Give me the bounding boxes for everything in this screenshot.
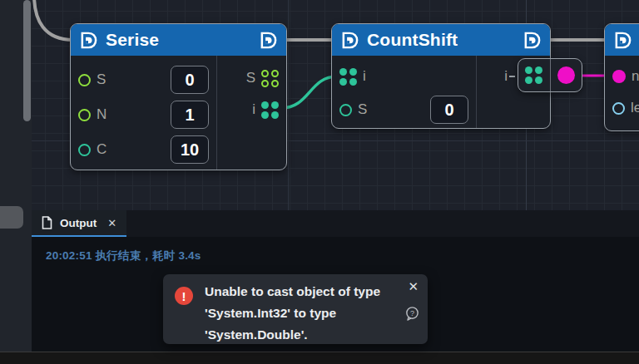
port-label: le xyxy=(631,100,639,116)
port-label: i xyxy=(252,101,255,118)
toast-message: Unable to cast object of type 'System.In… xyxy=(205,281,404,346)
app-window: Serise S 0 N 1 xyxy=(0,0,639,364)
popup-source-port[interactable] xyxy=(518,59,551,91)
value-input-s[interactable]: 0 xyxy=(430,96,468,124)
tab-close-icon[interactable]: ✕ xyxy=(107,217,116,229)
node-countshift-header[interactable]: CountShift xyxy=(332,24,550,56)
port-stub xyxy=(509,76,515,77)
value-input-c[interactable]: 10 xyxy=(171,135,209,164)
output-port-s-icon[interactable] xyxy=(261,70,279,87)
port-label: n xyxy=(632,68,639,85)
node-exec-out-port-icon[interactable] xyxy=(259,31,278,50)
help-bubble-icon[interactable]: ? xyxy=(404,306,420,322)
port-label: i xyxy=(504,68,508,85)
port-label: S xyxy=(358,101,367,118)
input-port-s-icon[interactable] xyxy=(78,74,91,86)
node-title: Serise xyxy=(106,30,251,50)
node-partial-right[interactable]: L n le xyxy=(604,23,639,131)
input-port-l-icon[interactable] xyxy=(612,102,625,115)
node-serise[interactable]: Serise S 0 N 1 xyxy=(70,23,287,170)
input-port-i-icon[interactable] xyxy=(339,68,357,86)
scrollbar-thumb[interactable] xyxy=(23,0,31,121)
panel-handle-button[interactable] xyxy=(0,206,23,229)
port-row: C 10 xyxy=(71,132,216,167)
popup-target-port[interactable] xyxy=(551,59,582,91)
svg-text:?: ? xyxy=(410,309,414,317)
tab-output[interactable]: Output ✕ xyxy=(32,210,126,237)
log-timestamp-line: 20:02:51 执行结束，耗时 3.4s xyxy=(46,248,639,263)
port-label: S xyxy=(97,71,106,88)
toast-close-icon[interactable]: ✕ xyxy=(408,279,419,294)
input-port-s-icon[interactable] xyxy=(339,104,352,116)
quad-teal-port-icon xyxy=(525,66,542,84)
node-exec-out-port-icon[interactable] xyxy=(523,31,542,50)
port-row: le xyxy=(605,92,639,124)
left-sidebar-strip xyxy=(0,0,32,352)
wire-data-teal[interactable] xyxy=(281,76,337,108)
output-log-area: 20:02:51 执行结束，耗时 3.4s xyxy=(32,237,639,263)
input-port-c-icon[interactable] xyxy=(78,144,91,156)
node-title: CountShift xyxy=(367,30,515,50)
port-label: S xyxy=(246,70,255,86)
panel-tabbar: Output ✕ xyxy=(32,210,639,237)
port-row: S 0 xyxy=(71,62,216,97)
node-partial-header[interactable]: L xyxy=(605,24,639,56)
error-toast: ! Unable to cast object of type 'System.… xyxy=(163,274,428,344)
value-input-n[interactable]: 1 xyxy=(171,101,209,129)
port-label: N xyxy=(97,106,106,123)
magenta-port-icon xyxy=(557,66,575,84)
input-port-n-icon[interactable] xyxy=(612,70,626,83)
port-label: i xyxy=(363,68,366,85)
port-label: C xyxy=(97,141,106,158)
node-serise-header[interactable]: Serise xyxy=(71,24,286,56)
port-row: i xyxy=(332,60,476,93)
port-row: i xyxy=(217,94,286,125)
node-logo-icon xyxy=(613,31,632,50)
status-bar xyxy=(0,352,639,364)
value-input-s[interactable]: 0 xyxy=(171,66,209,94)
port-connection-popup xyxy=(518,58,582,92)
document-icon xyxy=(42,216,52,229)
port-row: S xyxy=(217,62,286,94)
port-row: n xyxy=(605,61,639,92)
output-port-i-icon[interactable] xyxy=(261,101,279,119)
node-logo-icon xyxy=(340,31,359,50)
node-canvas[interactable]: Serise S 0 N 1 xyxy=(0,0,639,210)
node-logo-icon xyxy=(79,31,98,50)
port-row: N 1 xyxy=(71,97,216,132)
port-row: S 0 xyxy=(332,93,476,126)
tab-label: Output xyxy=(60,217,97,229)
input-port-n-icon[interactable] xyxy=(78,109,91,121)
error-icon: ! xyxy=(175,287,193,305)
wire-exec-in[interactable] xyxy=(34,0,73,40)
